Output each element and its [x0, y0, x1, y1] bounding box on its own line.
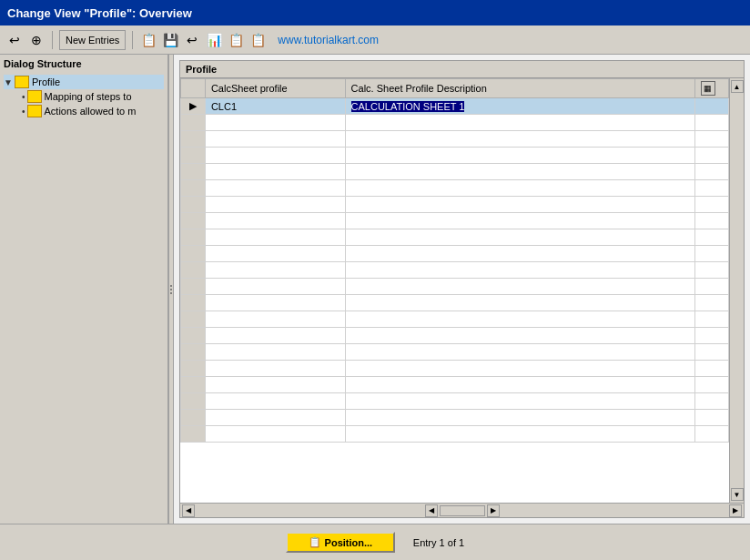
actions-folder-icon: [27, 105, 42, 117]
cell-extra: [694, 344, 728, 361]
new-session-icon[interactable]: ⊕: [27, 31, 46, 49]
cell-extra: [694, 148, 728, 164]
profile-folder-icon: [15, 76, 29, 88]
scroll-right-arrow[interactable]: ▶: [729, 504, 742, 517]
row-selector: [181, 344, 206, 361]
new-entries-button[interactable]: New Entries: [59, 30, 126, 50]
cell-extra: [694, 328, 728, 344]
table-row: [181, 377, 729, 393]
row-selector: [181, 229, 206, 246]
cell-calcsheet: [205, 410, 345, 426]
cell-calcsheet: [205, 131, 345, 148]
new-entries-label: New Entries: [66, 35, 119, 46]
content-title: Profile: [180, 61, 744, 78]
table-row: [181, 344, 729, 361]
table-row: [181, 311, 729, 328]
select-all-icon[interactable]: 📋: [227, 31, 245, 49]
cell-calcsheet: [205, 197, 345, 213]
left-panel: Dialog Structure ▼ Profile • Mapping of …: [0, 55, 168, 524]
cell-extra: [694, 164, 728, 180]
row-selector: [181, 246, 206, 262]
cell-extra: [694, 361, 728, 377]
table-row: [181, 295, 729, 311]
toolbar: ↩ ⊕ New Entries 📋 💾 ↩ 📊 📋 📋 www.tutorial…: [0, 25, 750, 55]
hscroll-thumb[interactable]: [440, 505, 485, 516]
cell-extra: [694, 426, 728, 443]
mapping-arrow: •: [22, 92, 25, 102]
cell-description-1: CALCULATION SHEET 1: [345, 98, 694, 115]
cell-extra: [694, 279, 728, 295]
right-panel: Profile CalcSheet profile Calc. Sheet Pr…: [174, 55, 750, 524]
copy-icon[interactable]: 📋: [139, 31, 157, 49]
scroll-left-arrow[interactable]: ◀: [182, 504, 195, 517]
scroll-next-arrow[interactable]: ▶: [487, 504, 500, 517]
row-selector: [181, 410, 206, 426]
table-icon[interactable]: 📊: [205, 31, 223, 49]
table-row: [181, 197, 729, 213]
vertical-scrollbar[interactable]: ▲ ▼: [729, 78, 744, 503]
cell-desc: [345, 197, 694, 213]
cell-desc: [345, 213, 694, 229]
row-selector: [181, 148, 206, 164]
table-row: [181, 148, 729, 164]
cell-calcsheet: [205, 148, 345, 164]
cell-extra: [694, 377, 728, 393]
cell-desc: [345, 311, 694, 328]
row-selector: [181, 180, 206, 197]
horizontal-scrollbar[interactable]: ◀ ◀ ▶ ▶: [180, 503, 744, 517]
cell-desc: [345, 246, 694, 262]
row-selector: [181, 328, 206, 344]
separator-2: [132, 31, 133, 49]
row-selector: [181, 393, 206, 410]
cell-extra-1: [694, 98, 728, 115]
cell-calcsheet: [205, 393, 345, 410]
cell-calcsheet: [205, 246, 345, 262]
table-row: [181, 328, 729, 344]
cell-calcsheet: [205, 229, 345, 246]
undo-icon[interactable]: ↩: [183, 31, 201, 49]
tree-item-profile[interactable]: ▼ Profile: [4, 75, 164, 89]
cell-desc: [345, 295, 694, 311]
col-header-selector: [181, 79, 206, 98]
table-row[interactable]: ▶ CLC1 CALCULATION SHEET 1: [181, 98, 729, 115]
profile-arrow: ▼: [4, 77, 13, 87]
cell-extra: [694, 295, 728, 311]
position-label: Position...: [325, 537, 373, 548]
column-indicator-icon[interactable]: ▦: [701, 81, 715, 96]
cell-desc: [345, 426, 694, 443]
save-icon[interactable]: 💾: [161, 31, 179, 49]
scroll-prev-arrow[interactable]: ◀: [425, 504, 438, 517]
cell-calcsheet: [205, 344, 345, 361]
table-row: [181, 279, 729, 295]
cell-calcsheet: [205, 164, 345, 180]
table-row: [181, 393, 729, 410]
cell-calcsheet-1: CLC1: [205, 98, 345, 115]
cell-calcsheet: [205, 328, 345, 344]
tree-item-mapping[interactable]: • Mapping of steps to: [22, 89, 164, 104]
table-row: [181, 164, 729, 180]
hscroll-controls: ◀ ▶: [425, 504, 500, 517]
entry-info: Entry 1 of 1: [413, 537, 464, 548]
cell-extra: [694, 131, 728, 148]
data-table: CalcSheet profile Calc. Sheet Profile De…: [180, 78, 729, 443]
table-row: [181, 213, 729, 229]
cell-desc: [345, 148, 694, 164]
row-selector: [181, 213, 206, 229]
row-selector: [181, 361, 206, 377]
tree-item-actions[interactable]: • Actions allowed to m: [22, 104, 164, 118]
back-icon[interactable]: ↩: [5, 31, 24, 49]
cell-desc: [345, 164, 694, 180]
main-layout: Dialog Structure ▼ Profile • Mapping of …: [0, 55, 750, 524]
cell-calcsheet: [205, 295, 345, 311]
row-selector: [181, 197, 206, 213]
actions-arrow: •: [22, 107, 25, 117]
deselect-icon[interactable]: 📋: [248, 31, 267, 49]
divider-dot-1: [170, 285, 172, 287]
scroll-up-arrow[interactable]: ▲: [731, 80, 744, 93]
cell-desc: [345, 115, 694, 131]
col-header-description: Calc. Sheet Profile Description: [345, 79, 694, 98]
scroll-down-arrow[interactable]: ▼: [731, 488, 744, 501]
position-button[interactable]: 📋 Position...: [286, 532, 395, 553]
content-box: Profile CalcSheet profile Calc. Sheet Pr…: [179, 60, 745, 518]
row-selector: [181, 426, 206, 443]
